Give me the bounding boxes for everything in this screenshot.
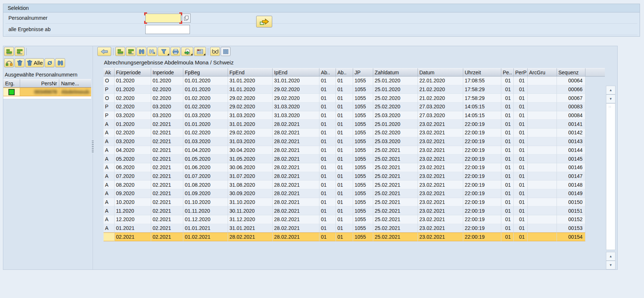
column-header[interactable]: Erg. bbox=[3, 79, 20, 87]
column-header[interactable]: FpBeg bbox=[183, 68, 228, 77]
column-header[interactable]: FpEnd bbox=[228, 68, 273, 77]
cell: 21.02.2020 bbox=[418, 94, 463, 103]
column-header[interactable]: PerP bbox=[514, 68, 528, 77]
cell: 23.02.2021 bbox=[418, 172, 463, 181]
table-row[interactable]: A07.202002.202101.07.202031.07.202028.02… bbox=[104, 172, 605, 181]
table-row[interactable]: A12.202002.202101.12.202031.12.202028.02… bbox=[104, 215, 605, 224]
table-row[interactable]: A03.202002.202101.03.202031.03.202028.02… bbox=[104, 137, 605, 146]
table-row[interactable]: A06.202002.202101.06.202030.06.202028.02… bbox=[104, 163, 605, 172]
panel-splitter[interactable] bbox=[91, 46, 94, 269]
cell: 01 bbox=[501, 224, 514, 233]
cell: 1055 bbox=[353, 180, 373, 189]
find-button[interactable] bbox=[55, 58, 65, 67]
cell: 00152 bbox=[557, 215, 585, 224]
cell: 01.02.2020 bbox=[183, 103, 228, 111]
delete-button[interactable] bbox=[15, 58, 25, 67]
table-row[interactable]: A01.202002.202101.01.202031.01.202028.02… bbox=[104, 120, 605, 128]
cell: 28.02.2021 bbox=[273, 206, 319, 215]
scroll-up-button-bottom[interactable]: ▲ bbox=[606, 252, 615, 261]
table-row[interactable]: A04.202002.202101.04.202030.04.202028.02… bbox=[104, 146, 605, 155]
column-header[interactable]: Datum bbox=[418, 68, 463, 77]
column-header[interactable]: Uhrzeit bbox=[463, 68, 501, 77]
find-button[interactable] bbox=[136, 47, 146, 56]
cell: P bbox=[104, 103, 115, 111]
cell bbox=[528, 224, 557, 233]
cell: 01 bbox=[336, 163, 353, 172]
table-row[interactable]: P02.202003.202001.02.202029.02.202031.03… bbox=[104, 103, 605, 111]
table-row[interactable]: O01.202001.202001.01.202031.01.202031.01… bbox=[104, 77, 605, 85]
cell: 29.02.2020 bbox=[228, 128, 273, 137]
column-header[interactable]: IpEnd bbox=[273, 68, 319, 77]
column-details-button[interactable] bbox=[221, 47, 231, 56]
results-grid-body: O01.202001.202001.01.202031.01.202031.01… bbox=[104, 77, 605, 241]
table-row[interactable]: O02.202002.202001.02.202029.02.202029.02… bbox=[104, 94, 605, 103]
table-row[interactable]: A05.202002.202101.05.202031.05.202028.02… bbox=[104, 154, 605, 163]
column-header[interactable]: Zahldatum bbox=[373, 68, 418, 77]
sort-ascending-button[interactable] bbox=[4, 47, 14, 56]
find-icon bbox=[138, 49, 145, 55]
personnel-row[interactable]: 00345678 Abdelmoula Mona bbox=[3, 87, 91, 96]
cell: 01 bbox=[514, 120, 528, 128]
column-header[interactable]: ArcGru bbox=[528, 68, 557, 77]
results-title: Abrechnungsergebnisse Abdelmoula Mona / … bbox=[104, 59, 233, 66]
assign-button[interactable] bbox=[4, 58, 14, 67]
table-row[interactable]: P03.202003.202001.03.202031.03.202031.03… bbox=[104, 111, 605, 120]
cell: 23.02.2021 bbox=[418, 232, 463, 241]
status-cell bbox=[3, 88, 20, 96]
green-status-icon[interactable] bbox=[9, 89, 14, 95]
splitter-grip-icon[interactable] bbox=[92, 141, 94, 153]
delete-all-button[interactable]: Alle bbox=[25, 58, 44, 67]
cell: 03.2020 bbox=[151, 111, 183, 120]
cell: 1055 bbox=[353, 94, 373, 103]
table-row[interactable]: A08.202002.202101.08.202031.08.202028.02… bbox=[104, 180, 605, 189]
sort-descending-button[interactable] bbox=[15, 47, 25, 56]
column-header[interactable]: Ak bbox=[104, 68, 115, 77]
column-header[interactable]: PersNr bbox=[20, 79, 59, 87]
table-row[interactable]: A09.202002.202101.09.202030.09.202028.02… bbox=[104, 189, 605, 198]
print-button[interactable] bbox=[171, 47, 180, 56]
table-row[interactable]: A02.202002.202101.02.202029.02.202028.02… bbox=[104, 128, 605, 137]
column-header[interactable]: Name... bbox=[59, 79, 91, 87]
column-header[interactable]: Fürperiode bbox=[115, 68, 151, 77]
scrollbar-thumb[interactable]: ∷ bbox=[606, 103, 615, 250]
column-header[interactable]: Ab.. bbox=[319, 68, 336, 77]
cell: 01.11.2020 bbox=[183, 206, 228, 215]
views-button[interactable] bbox=[210, 47, 220, 56]
scroll-up-button[interactable]: ▲ bbox=[606, 86, 615, 94]
table-row[interactable]: A01.202102.202101.01.202131.01.202128.02… bbox=[104, 224, 605, 233]
find-next-button[interactable] bbox=[147, 47, 157, 56]
table-row[interactable]: A11.202002.202101.11.202030.11.202028.02… bbox=[104, 206, 605, 215]
vertical-scrollbar[interactable]: ▲ ▼ ∷ ▲ ▼ bbox=[606, 86, 615, 269]
sort-ascending-button[interactable] bbox=[115, 47, 125, 56]
personalnummer-input[interactable] bbox=[145, 14, 181, 23]
cell: 01.02.2021 bbox=[183, 232, 228, 241]
cell: 01 bbox=[514, 215, 528, 224]
scroll-down-button[interactable]: ▼ bbox=[606, 94, 615, 103]
column-header[interactable]: Ab.. bbox=[336, 68, 353, 77]
column-header[interactable]: Pe.. bbox=[501, 68, 514, 77]
refresh-button[interactable] bbox=[45, 58, 55, 67]
cell: 01 bbox=[514, 189, 528, 198]
cell: A bbox=[104, 172, 115, 181]
ergebnisse-ab-input[interactable] bbox=[145, 25, 190, 34]
cell: 28.02.2021 bbox=[273, 120, 319, 128]
cell: A bbox=[104, 128, 115, 137]
column-header[interactable]: Sequenz bbox=[557, 68, 585, 77]
multiple-selection-button[interactable] bbox=[182, 14, 191, 23]
column-header[interactable]: JP bbox=[353, 68, 373, 77]
table-row[interactable]: 02.202102.202101.02.202128.02.202128.02.… bbox=[104, 232, 605, 241]
filter-button[interactable] bbox=[158, 47, 170, 56]
choose-layout-button[interactable] bbox=[194, 47, 206, 56]
cell: 28.02.2021 bbox=[273, 189, 319, 198]
cell: 28.02.2021 bbox=[273, 172, 319, 181]
cell: 23.02.2021 bbox=[418, 120, 463, 128]
export-button[interactable] bbox=[181, 47, 193, 56]
table-row[interactable]: P01.202002.202001.01.202031.01.202029.02… bbox=[104, 85, 605, 94]
sort-descending-button[interactable] bbox=[126, 47, 136, 56]
table-row[interactable]: A10.202002.202101.10.202031.10.202028.02… bbox=[104, 198, 605, 207]
column-header[interactable]: Inperiode bbox=[151, 68, 183, 77]
back-button[interactable] bbox=[97, 47, 111, 56]
delete-all-label: Alle bbox=[34, 60, 43, 66]
cell: 17:58:29 bbox=[463, 85, 501, 94]
scroll-down-button-bottom[interactable]: ▼ bbox=[606, 261, 615, 269]
